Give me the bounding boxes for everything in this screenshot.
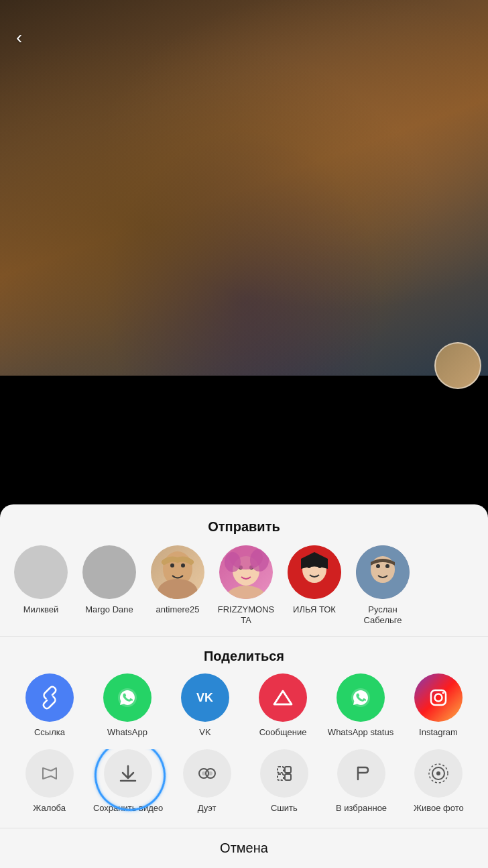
app-item-live[interactable]: Живое фото xyxy=(405,749,472,814)
back-button[interactable]: ‹ xyxy=(16,27,22,48)
app-item-link[interactable]: Ссылка xyxy=(16,673,83,739)
contact-item-antimere25[interactable]: antimere25 xyxy=(147,545,208,625)
app-icon-vk: VK xyxy=(181,673,229,722)
small-thumbnail xyxy=(434,342,481,389)
app-icon-stitch xyxy=(260,749,308,798)
app-item-duet[interactable]: Дуэт xyxy=(174,749,241,814)
app-item-message[interactable]: Сообщение xyxy=(249,673,316,739)
app-name-favorites: В избранное xyxy=(336,803,387,814)
send-title: Отправить xyxy=(0,504,488,545)
app-item-stitch[interactable]: Сшить xyxy=(251,749,318,814)
contact-item-margo[interactable]: Margo Dane xyxy=(79,545,139,625)
svg-point-17 xyxy=(376,564,380,568)
svg-point-1 xyxy=(158,579,198,599)
svg-rect-33 xyxy=(285,774,291,780)
contact-avatar-margo xyxy=(82,545,136,599)
app-name-whatsapp: WhatsApp xyxy=(107,727,147,739)
svg-rect-32 xyxy=(285,767,291,773)
svg-marker-21 xyxy=(274,691,292,704)
app-item-vk[interactable]: VKVK xyxy=(172,673,239,739)
contact-name-margo: Margo Dane xyxy=(85,604,133,615)
svg-point-5 xyxy=(227,586,265,599)
app-icon-whatsapp xyxy=(103,673,151,722)
svg-point-25 xyxy=(442,692,444,694)
app-name-vk: VK xyxy=(199,727,210,739)
app-item-instagram[interactable]: Instagram xyxy=(405,673,472,739)
contact-avatar-antimere25 xyxy=(151,545,204,599)
app-icon-favorites xyxy=(337,749,385,798)
svg-point-3 xyxy=(181,563,185,567)
svg-point-10 xyxy=(250,549,269,572)
apps-row-2: ЖалобаСохранить видеоДуэтСшитьВ избранно… xyxy=(0,749,488,828)
contact-name-antimere25: antimere25 xyxy=(156,604,199,615)
contact-avatar-frizzy xyxy=(219,545,273,599)
svg-point-24 xyxy=(435,694,442,702)
app-icon-message xyxy=(259,673,307,722)
svg-point-2 xyxy=(170,563,174,567)
app-name-instagram: Instagram xyxy=(419,727,458,739)
svg-rect-31 xyxy=(278,774,284,780)
contact-item-milkvey[interactable]: Милквей xyxy=(11,545,71,625)
apps-row-1: СсылкаWhatsAppVKVKСообщениеWhatsApp stat… xyxy=(0,673,488,749)
app-name-stitch: Сшить xyxy=(271,803,298,814)
bottom-sheet: Отправить МилквейMargo Daneantimere25FRI… xyxy=(0,504,488,868)
contact-name-ilya: ИЛЬЯ ТОК xyxy=(293,604,336,615)
svg-point-9 xyxy=(225,552,241,572)
contact-name-frizzy: FRIZZYMONSTA xyxy=(216,604,276,625)
svg-text:VK: VK xyxy=(196,691,213,704)
svg-point-18 xyxy=(385,564,389,568)
cancel-button[interactable]: Отмена xyxy=(0,828,488,868)
contact-item-frizzy[interactable]: FRIZZYMONSTA xyxy=(216,545,276,625)
section-divider xyxy=(0,636,488,637)
contact-avatar-ruslan xyxy=(356,545,410,599)
contact-name-milkvey: Милквей xyxy=(23,604,59,615)
app-name-duet: Дуэт xyxy=(198,803,217,814)
app-item-report[interactable]: Жалоба xyxy=(16,749,83,814)
save-circle-wrapper xyxy=(104,749,152,798)
app-icon-save xyxy=(104,749,152,798)
app-icon-live xyxy=(414,749,463,798)
share-title: Поделиться xyxy=(0,639,488,673)
app-item-whatsapp[interactable]: WhatsApp xyxy=(94,673,161,739)
app-icon-instagram xyxy=(414,673,463,722)
svg-point-35 xyxy=(436,771,440,775)
svg-rect-30 xyxy=(278,767,284,773)
app-icon-duet xyxy=(183,749,231,798)
app-icon-link xyxy=(25,673,74,722)
contact-name-ruslan: Руслан Сабельге xyxy=(353,604,413,625)
svg-point-28 xyxy=(208,771,212,775)
contact-item-ruslan[interactable]: Руслан Сабельге xyxy=(353,545,413,625)
contact-avatar-ilya xyxy=(288,545,341,599)
app-name-message: Сообщение xyxy=(259,727,307,739)
app-item-save[interactable]: Сохранить видео xyxy=(93,749,163,814)
background xyxy=(0,0,488,376)
contact-avatar-milkvey xyxy=(14,545,68,599)
contact-item-ilya[interactable]: ИЛЬЯ ТОК xyxy=(284,545,345,625)
app-name-save: Сохранить видео xyxy=(93,803,163,814)
app-icon-whatsapp-status xyxy=(337,673,385,722)
app-icon-report xyxy=(25,749,74,798)
contacts-row: МилквейMargo Daneantimere25FRIZZYMONSTAИ… xyxy=(0,545,488,636)
app-name-whatsapp-status: WhatsApp status xyxy=(328,727,393,739)
app-name-report: Жалоба xyxy=(33,803,66,814)
app-item-whatsapp-status[interactable]: WhatsApp status xyxy=(327,673,394,739)
app-name-live: Живое фото xyxy=(414,803,464,814)
app-name-link: Ссылка xyxy=(34,727,65,739)
app-item-favorites[interactable]: В избранное xyxy=(328,749,395,814)
